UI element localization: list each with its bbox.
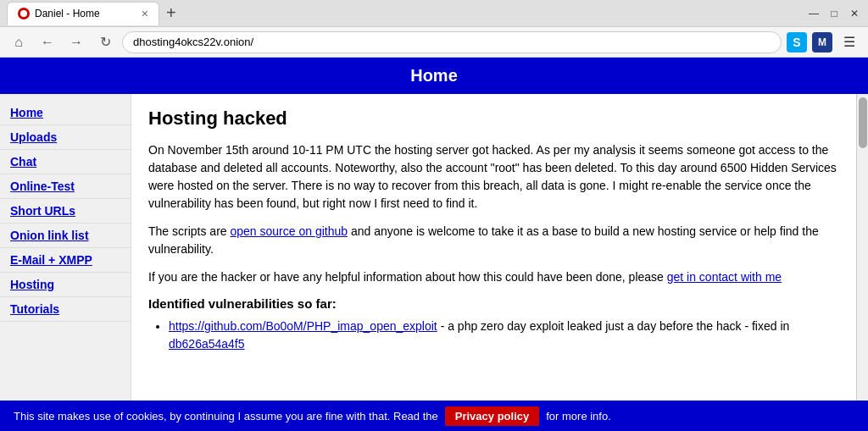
sync-icon[interactable]: S: [787, 32, 807, 52]
sidebar-item-uploads[interactable]: Uploads: [0, 125, 131, 150]
vuln-commit-link[interactable]: db626a54a4f5: [169, 337, 245, 351]
sidebar: Home Uploads Chat Online-Test Short URLs…: [0, 94, 131, 401]
maximize-button[interactable]: □: [827, 7, 841, 20]
cookie-text-before: This site makes use of cookies, by conti…: [14, 410, 438, 423]
tab-favicon: [18, 8, 30, 19]
cookie-bar: This site makes use of cookies, by conti…: [0, 401, 868, 431]
scrollbar[interactable]: [856, 94, 868, 401]
minimize-button[interactable]: —: [807, 7, 821, 20]
page-body: Home Uploads Chat Online-Test Short URLs…: [0, 94, 868, 401]
vuln-list: https://github.com/Bo0oM/PHP_imap_open_e…: [169, 318, 839, 353]
paragraph-3: If you are the hacker or have any helpfu…: [148, 268, 839, 286]
browser-menu-icons: S M ☰: [787, 30, 861, 54]
home-button[interactable]: ⌂: [7, 30, 31, 54]
sidebar-item-hosting[interactable]: Hosting: [0, 273, 131, 297]
browser-titlebar: Daniel - Home × + — □ ✕: [0, 0, 868, 27]
menu-button[interactable]: ☰: [837, 30, 861, 54]
sidebar-item-online-test[interactable]: Online-Test: [0, 174, 131, 199]
main-content: Hosting hacked On November 15th around 1…: [131, 94, 856, 401]
back-icon: ←: [41, 35, 54, 50]
tab-bar: Daniel - Home × +: [7, 2, 797, 25]
contact-link[interactable]: get in contact with me: [667, 270, 782, 284]
home-icon: ⌂: [14, 35, 23, 50]
page-header-title: Home: [410, 66, 458, 85]
scrollbar-thumb[interactable]: [859, 97, 867, 148]
main-heading: Hosting hacked: [148, 108, 839, 130]
address-bar[interactable]: [122, 31, 782, 53]
tab-title: Daniel - Home: [35, 8, 100, 19]
new-tab-button[interactable]: +: [163, 3, 180, 23]
sidebar-item-onion-link-list[interactable]: Onion link list: [0, 224, 131, 248]
refresh-button[interactable]: ↻: [93, 30, 117, 54]
close-window-button[interactable]: ✕: [848, 7, 861, 20]
back-button[interactable]: ←: [36, 30, 59, 54]
cookie-text-after: for more info.: [546, 410, 611, 423]
window-controls: — □ ✕: [807, 7, 861, 20]
vuln-suffix: - a php zero day exploit leaked just a d…: [437, 319, 790, 333]
active-tab[interactable]: Daniel - Home ×: [7, 2, 159, 25]
vuln-item: https://github.com/Bo0oM/PHP_imap_open_e…: [169, 318, 839, 353]
forward-icon: →: [70, 35, 83, 50]
sidebar-item-short-urls[interactable]: Short URLs: [0, 199, 131, 224]
browser-navbar: ⌂ ← → ↻ S M ☰: [0, 27, 868, 58]
paragraph-2: The scripts are open source on github an…: [148, 223, 839, 258]
page-header: Home: [0, 58, 868, 94]
tab-close-button[interactable]: ×: [142, 7, 148, 20]
privacy-policy-button[interactable]: Privacy policy: [445, 406, 539, 426]
extensions-icon[interactable]: M: [812, 32, 832, 52]
sidebar-item-email-xmpp[interactable]: E-Mail + XMPP: [0, 248, 131, 273]
github-link[interactable]: open source on github: [230, 224, 348, 238]
paragraph3-prefix: If you are the hacker or have any helpfu…: [148, 270, 667, 284]
paragraph-1: On November 15th around 10-11 PM UTC the…: [148, 141, 839, 213]
forward-button[interactable]: →: [64, 30, 88, 54]
sidebar-item-chat[interactable]: Chat: [0, 150, 131, 174]
refresh-icon: ↻: [100, 34, 111, 50]
paragraph2-prefix: The scripts are: [148, 224, 230, 238]
sidebar-item-tutorials[interactable]: Tutorials: [0, 297, 131, 322]
vuln-heading: Identified vulnerabilities so far:: [148, 296, 839, 311]
hamburger-icon: ☰: [843, 34, 855, 50]
sidebar-item-home[interactable]: Home: [0, 101, 131, 125]
vuln-exploit-link[interactable]: https://github.com/Bo0oM/PHP_imap_open_e…: [169, 319, 437, 333]
page-content: Home Home Uploads Chat Online-Test Short…: [0, 58, 868, 431]
